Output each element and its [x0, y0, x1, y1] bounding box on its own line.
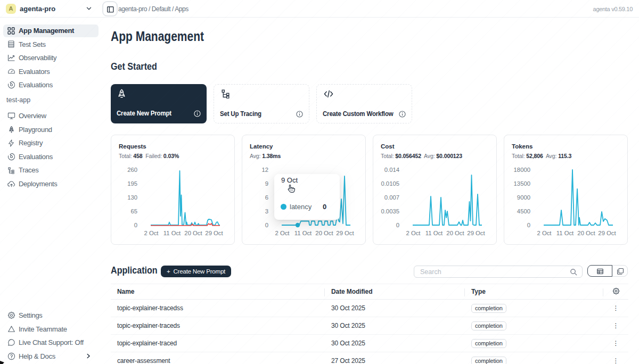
svg-text:6: 6	[265, 194, 268, 201]
svg-text:0: 0	[265, 222, 268, 228]
svg-text:3: 3	[265, 208, 268, 214]
svg-text:4500: 4500	[517, 208, 530, 214]
svg-text:0: 0	[134, 222, 137, 228]
svg-text:11 Oct: 11 Oct	[556, 230, 574, 236]
svg-text:9: 9	[265, 180, 268, 187]
svg-text:0.0035: 0.0035	[381, 208, 399, 214]
svg-text:260: 260	[127, 167, 137, 173]
svg-text:9000: 9000	[517, 194, 530, 201]
svg-text:18000: 18000	[514, 167, 530, 173]
svg-text:13500: 13500	[514, 180, 530, 187]
svg-text:11 Oct: 11 Oct	[425, 230, 443, 236]
svg-text:29 Oct: 29 Oct	[467, 230, 485, 236]
svg-text:2 Oct: 2 Oct	[537, 230, 552, 236]
svg-text:0: 0	[396, 222, 399, 228]
svg-text:130: 130	[127, 194, 137, 201]
svg-text:195: 195	[127, 180, 137, 187]
svg-text:20 Oct: 20 Oct	[577, 230, 595, 236]
svg-text:0.0105: 0.0105	[381, 180, 399, 187]
svg-text:2 Oct: 2 Oct	[275, 230, 290, 236]
svg-text:29 Oct: 29 Oct	[598, 230, 616, 236]
svg-text:29 Oct: 29 Oct	[336, 230, 354, 236]
svg-text:12: 12	[261, 167, 268, 173]
svg-text:29 Oct: 29 Oct	[205, 230, 223, 236]
svg-text:20 Oct: 20 Oct	[184, 230, 202, 236]
svg-text:20 Oct: 20 Oct	[315, 230, 333, 236]
svg-text:0.007: 0.007	[384, 194, 399, 201]
svg-text:0: 0	[527, 222, 530, 228]
svg-text:11 Oct: 11 Oct	[163, 230, 181, 236]
svg-text:20 Oct: 20 Oct	[446, 230, 464, 236]
svg-text:2 Oct: 2 Oct	[144, 230, 159, 236]
svg-text:11 Oct: 11 Oct	[294, 230, 312, 236]
svg-text:65: 65	[130, 208, 137, 214]
svg-text:0.014: 0.014	[384, 167, 399, 173]
svg-text:2 Oct: 2 Oct	[406, 230, 421, 236]
